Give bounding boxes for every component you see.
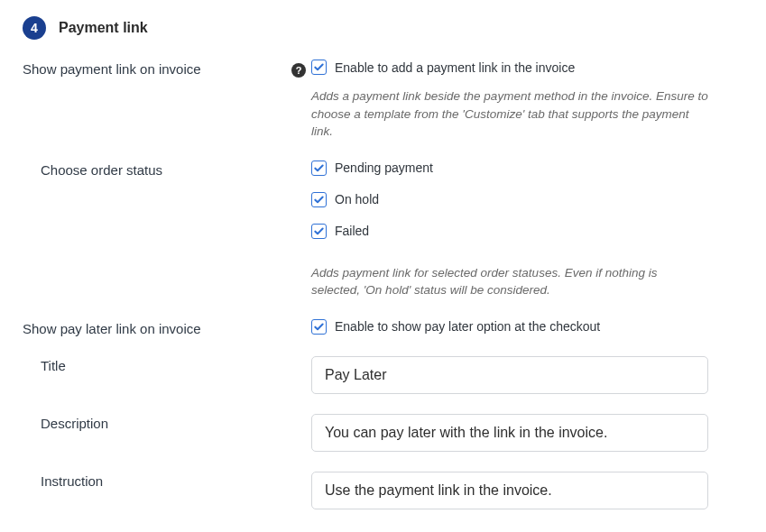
checkbox-line-enable-link: Enable to add a payment link in the invo… — [311, 60, 708, 75]
checkbox-line-failed: Failed — [311, 224, 708, 239]
checkbox-label: Pending payment — [335, 161, 433, 175]
checkbox-line-pending: Pending payment — [311, 161, 708, 176]
checkbox-label: Failed — [335, 224, 369, 238]
row-label: Show pay later link on invoice — [23, 319, 311, 336]
checkbox-status-failed[interactable] — [311, 224, 327, 239]
instruction-input[interactable] — [311, 472, 708, 509]
checkbox-label: Enable to add a payment link in the invo… — [335, 60, 575, 75]
help-text: Adds payment link for selected order sta… — [311, 264, 708, 299]
row-controls: Pending payment On hold Failed Adds paym… — [311, 161, 708, 299]
title-input[interactable] — [311, 356, 708, 394]
row-controls — [311, 472, 708, 509]
checkbox-line-pay-later: Enable to show pay later option at the c… — [311, 319, 708, 335]
label-text: Instruction — [23, 473, 103, 489]
checkbox-label: On hold — [335, 192, 379, 206]
label-text: Title — [23, 358, 66, 373]
row-instruction: Instruction — [23, 472, 748, 509]
row-label: Description — [23, 414, 311, 452]
row-label: Show payment link on invoice ? — [23, 60, 311, 141]
row-label: Title — [23, 356, 311, 394]
label-text: Choose order status — [23, 162, 162, 178]
row-controls: Enable to show pay later option at the c… — [311, 319, 708, 336]
row-controls — [311, 414, 708, 452]
section-header: 4 Payment link — [23, 16, 748, 40]
row-label: Instruction — [23, 472, 311, 509]
row-pay-later: Show pay later link on invoice Enable to… — [23, 319, 748, 336]
checkbox-label: Enable to show pay later option at the c… — [335, 319, 600, 334]
row-controls — [311, 356, 708, 394]
row-label: Choose order status — [23, 161, 311, 299]
row-title: Title — [23, 356, 748, 394]
row-show-payment-link: Show payment link on invoice ? Enable to… — [23, 60, 748, 141]
checkbox-status-pending[interactable] — [311, 161, 327, 176]
row-order-status: Choose order status Pending payment On h… — [23, 161, 748, 299]
checkbox-enable-payment-link[interactable] — [311, 60, 327, 75]
label-text: Show pay later link on invoice — [23, 321, 201, 336]
checkbox-enable-pay-later[interactable] — [311, 319, 327, 335]
checkbox-line-on-hold: On hold — [311, 192, 708, 207]
section-title: Payment link — [59, 20, 148, 36]
help-text: Adds a payment link beside the payment m… — [311, 87, 708, 141]
row-controls: Enable to add a payment link in the invo… — [311, 60, 708, 141]
help-icon[interactable]: ? — [291, 63, 306, 78]
row-description: Description — [23, 414, 748, 452]
step-number-badge: 4 — [23, 16, 46, 40]
label-text: Description — [23, 416, 108, 431]
label-text: Show payment link on invoice — [23, 61, 201, 77]
description-input[interactable] — [311, 414, 708, 452]
checkbox-status-on-hold[interactable] — [311, 192, 327, 207]
